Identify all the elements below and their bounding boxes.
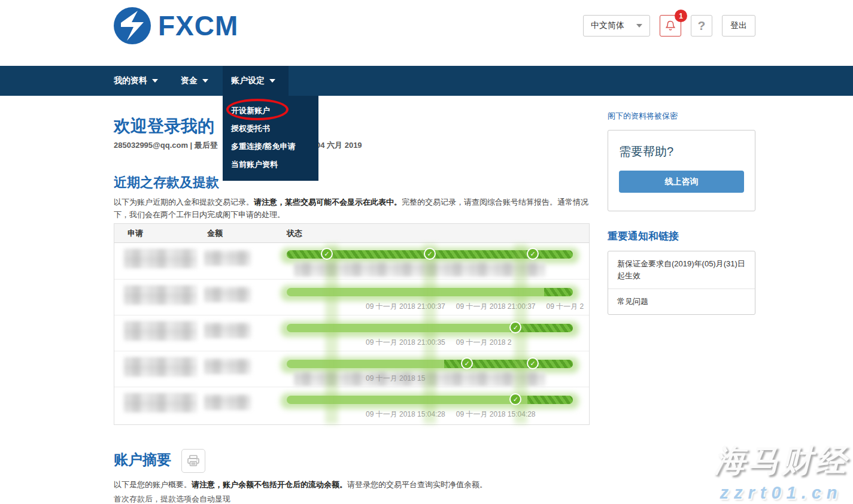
summary-cutoff-line: 首次存款后，提款选项会自动显现 bbox=[114, 494, 230, 504]
dropdown-item-label: 开设新账户 bbox=[231, 106, 270, 115]
summary-description: 以下是您的账户概要。请注意，账户余额不包括开仓后的流动余额。请登录您的交易平台查… bbox=[114, 479, 590, 491]
checkmark-icon: ✓ bbox=[321, 248, 333, 260]
timestamps-line: 09 十一月 2018 21:00:3709 十一月 2018 21:00:37… bbox=[366, 302, 584, 312]
redacted-amount-cell bbox=[204, 359, 251, 374]
dropdown-item-label: 当前账户资料 bbox=[231, 160, 278, 169]
need-help-title: 需要帮助? bbox=[619, 144, 744, 160]
redacted-amount-cell bbox=[204, 394, 251, 410]
column-header-amount: 金额 bbox=[207, 224, 223, 243]
timestamps-line: 09 十一月 2018 21:00:3509 十一月 2018 2 bbox=[366, 338, 511, 348]
watermark-line2: zzrt01.cn bbox=[714, 483, 848, 503]
transactions-table: 申请 金额 状态 ✓✓✓09 十一月 2018 21:00:3709 十一月 2… bbox=[114, 223, 590, 425]
chevron-down-icon bbox=[152, 79, 158, 83]
column-header-application: 申请 bbox=[128, 224, 143, 243]
table-header-row: 申请 金额 状态 bbox=[114, 224, 589, 243]
account-settings-dropdown: 开设新账户 授权委托书 多重连接/豁免申请 当前账户资料 bbox=[223, 96, 318, 181]
redacted-application-cell bbox=[124, 249, 197, 268]
blur-artifact bbox=[325, 244, 338, 424]
desc-text: 以下是您的账户概要。 bbox=[114, 480, 192, 489]
dropdown-item-current-account-info[interactable]: 当前账户资料 bbox=[223, 156, 318, 174]
desc-text: 请登录您的交易平台查询实时净值余额。 bbox=[347, 480, 487, 489]
desc-bold-text: 请注意，某些交易可能不会显示在此表中。 bbox=[254, 198, 402, 207]
column-header-status: 状态 bbox=[287, 224, 302, 243]
dropdown-item-label: 授权委托书 bbox=[231, 124, 270, 133]
progress-stripes bbox=[527, 396, 573, 404]
help-button[interactable]: ? bbox=[691, 15, 712, 37]
redacted-amount-cell bbox=[204, 250, 251, 266]
account-email-lastlogin: 285032995@qq.com | 最后登 bbox=[114, 140, 218, 151]
header-controls: 中文简体 1 ? 登出 bbox=[583, 15, 755, 37]
dropdown-item-power-of-attorney[interactable]: 授权委托书 bbox=[223, 120, 318, 138]
watermark: 海马财经 zzrt01.cn bbox=[714, 440, 848, 503]
dropdown-item-label: 多重连接/豁免申请 bbox=[231, 142, 296, 151]
dropdown-item-multi-connection[interactable]: 多重连接/豁免申请 bbox=[223, 138, 318, 156]
notices-heading: 重要通知和链接 bbox=[608, 229, 755, 243]
fxcm-logo-icon bbox=[114, 7, 151, 44]
nav-item-profile[interactable]: 我的资料 bbox=[105, 66, 166, 96]
deposits-description: 以下为账户近期的入金和提款交易记录。请注意，某些交易可能不会显示在此表中。完整的… bbox=[114, 196, 590, 221]
language-selector[interactable]: 中文简体 bbox=[583, 15, 650, 37]
chevron-down-icon bbox=[636, 24, 642, 28]
checkmark-icon: ✓ bbox=[527, 357, 539, 369]
page-title: 欢迎登录我的 bbox=[114, 115, 214, 138]
notification-badge: 1 bbox=[675, 10, 687, 22]
notice-link-faq[interactable]: 常见问题 bbox=[608, 289, 755, 314]
blur-artifact bbox=[423, 244, 436, 424]
top-header: FXCM 中文简体 1 ? 登出 bbox=[0, 0, 853, 66]
chevron-down-icon bbox=[269, 79, 275, 83]
printer-icon bbox=[186, 454, 201, 468]
desc-bold-text: 请注意，账户余额不包括开仓后的流动余额。 bbox=[192, 480, 347, 489]
nav-item-account-settings-label: 账户设定 bbox=[231, 75, 265, 86]
fxcm-logo[interactable]: FXCM bbox=[114, 7, 238, 44]
dropdown-item-open-new-account[interactable]: 开设新账户 bbox=[223, 102, 318, 120]
progress-stripes bbox=[544, 288, 573, 296]
redacted-amount-cell bbox=[204, 323, 251, 338]
timestamp: 09 十一月 2018 2 bbox=[456, 338, 512, 348]
chevron-down-icon bbox=[202, 79, 208, 83]
fxcm-account-page: FXCM 中文简体 1 ? 登出 我的资料 资金 bbox=[0, 0, 853, 504]
online-chat-button[interactable]: 线上咨询 bbox=[619, 171, 744, 193]
nav-item-profile-label: 我的资料 bbox=[114, 75, 147, 86]
checkmark-icon: ✓ bbox=[461, 357, 473, 369]
last-login-date: 04 六月 2019 bbox=[316, 140, 362, 151]
desc-text: 以下为账户近期的入金和提款交易记录。 bbox=[114, 198, 254, 207]
watermark-line1: 海马财经 bbox=[714, 440, 848, 482]
notice-link-margin-requirement[interactable]: 新保证金要求自(2019)年(05)月(31)日起生效 bbox=[608, 251, 755, 289]
redacted-application-cell bbox=[124, 393, 197, 412]
privacy-note: 阁下的资料将被保密 bbox=[608, 111, 755, 122]
redacted-application-cell bbox=[124, 357, 197, 377]
need-help-box: 需要帮助? 线上咨询 bbox=[608, 130, 755, 211]
checkmark-icon: ✓ bbox=[424, 248, 436, 260]
timestamps-line: 09 十一月 2018 15 bbox=[366, 374, 425, 384]
nav-item-funds-label: 资金 bbox=[181, 75, 198, 86]
checkmark-icon: ✓ bbox=[527, 248, 539, 260]
main-navbar: 我的资料 资金 账户设定 bbox=[0, 66, 853, 96]
nav-item-funds[interactable]: 资金 bbox=[172, 66, 217, 96]
redacted-amount-cell bbox=[204, 287, 251, 302]
print-button[interactable] bbox=[181, 449, 205, 473]
nav-item-account-settings[interactable]: 账户设定 bbox=[223, 66, 289, 96]
language-selected-label: 中文简体 bbox=[591, 20, 624, 31]
redacted-application-cell bbox=[124, 286, 197, 305]
bell-icon bbox=[664, 20, 676, 32]
right-sidebar: 阁下的资料将被保密 需要帮助? 线上咨询 重要通知和链接 新保证金要求自(201… bbox=[608, 111, 755, 315]
timestamp: 09 十一月 2018 15 bbox=[366, 374, 425, 384]
notifications-button[interactable]: 1 bbox=[660, 15, 681, 37]
deposits-section-heading: 近期之存款及提款 bbox=[114, 174, 219, 192]
logout-button[interactable]: 登出 bbox=[722, 15, 755, 37]
summary-section-heading: 账户摘要 bbox=[114, 450, 171, 469]
redacted-application-cell bbox=[124, 321, 197, 341]
timestamp: 09 十一月 2 bbox=[547, 302, 584, 312]
timestamps-line: 09 十一月 2018 15:04:2809 十一月 2018 15:04:28 bbox=[366, 409, 536, 420]
fxcm-logo-text: FXCM bbox=[158, 10, 238, 42]
notices-links-box: 新保证金要求自(2019)年(05)月(31)日起生效 常见问题 bbox=[608, 251, 755, 315]
